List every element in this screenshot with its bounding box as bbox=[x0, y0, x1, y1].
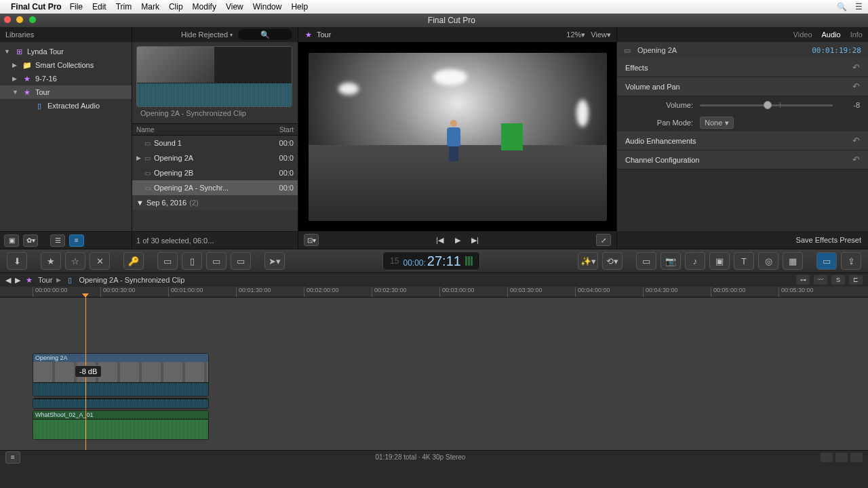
disclosure-triangle[interactable]: ▶ bbox=[12, 62, 19, 68]
save-effects-preset-button[interactable]: Save Effects Preset bbox=[796, 236, 861, 244]
list-view-button[interactable]: ≡ bbox=[69, 235, 84, 247]
library-item-lynda-tour[interactable]: ▼ ⊞ Lynda Tour bbox=[0, 45, 132, 58]
minimize-button[interactable] bbox=[16, 16, 23, 23]
generators-button[interactable]: ▦ bbox=[783, 252, 803, 270]
insert-button[interactable]: ▯ bbox=[182, 252, 202, 270]
photos-button[interactable]: 📷 bbox=[660, 252, 681, 270]
column-name[interactable]: Name bbox=[136, 126, 267, 134]
tab-audio[interactable]: Audio bbox=[822, 30, 841, 39]
menu-trim[interactable]: Trim bbox=[116, 2, 132, 12]
volume-slider[interactable] bbox=[700, 100, 833, 110]
timeline-options-button[interactable] bbox=[850, 453, 863, 462]
history-fwd-button[interactable]: ▶ bbox=[15, 276, 20, 285]
disclosure-triangle[interactable]: ▼ bbox=[4, 48, 11, 55]
enhance-button[interactable]: ✨▾ bbox=[578, 252, 598, 270]
skimming-button[interactable]: ⊶ bbox=[796, 275, 810, 285]
keyword-editor-button[interactable]: 🔑 bbox=[123, 252, 144, 270]
close-button[interactable] bbox=[4, 16, 11, 23]
timeline-clip-opening-2a[interactable]: Opening 2A bbox=[33, 353, 209, 396]
menu-modify[interactable]: Modify bbox=[193, 2, 216, 12]
clips-button[interactable]: ▭ bbox=[636, 252, 656, 270]
view-dropdown[interactable]: View▾ bbox=[591, 30, 611, 39]
music-button[interactable]: ♪ bbox=[685, 252, 705, 270]
filter-dropdown[interactable]: Hide Rejected▾ bbox=[181, 30, 233, 39]
section-effects[interactable]: Effects ↶ bbox=[617, 58, 868, 77]
disclosure-triangle[interactable]: ▶ bbox=[12, 75, 19, 82]
retime-button[interactable]: ⟲▾ bbox=[602, 252, 623, 270]
section-volume-pan[interactable]: Volume and Pan ↶ bbox=[617, 77, 868, 96]
disclosure-triangle[interactable]: ▼ bbox=[136, 199, 144, 207]
browser-search[interactable]: 🔍 bbox=[238, 29, 292, 40]
pan-mode-select[interactable]: None▾ bbox=[700, 117, 734, 129]
viewer-canvas[interactable] bbox=[298, 42, 616, 231]
play-button[interactable]: ▶ bbox=[450, 234, 465, 246]
menu-window[interactable]: Window bbox=[253, 2, 282, 12]
snapping-button[interactable]: ⊏ bbox=[849, 275, 863, 285]
menu-clip[interactable]: Clip bbox=[169, 2, 183, 12]
text-button[interactable]: T bbox=[734, 252, 754, 270]
disclosure-triangle[interactable]: ▼ bbox=[12, 89, 19, 96]
section-audio-enhancements[interactable]: Audio Enhancements ↶ bbox=[617, 131, 868, 150]
timeline-clip-audio-lane[interactable] bbox=[33, 398, 209, 409]
clip-row-opening-2a-sync[interactable]: ▭ Opening 2A - Synchr... 00:0 bbox=[132, 180, 298, 195]
reset-icon[interactable]: ↶ bbox=[852, 136, 860, 146]
reject-button[interactable]: ✕ bbox=[90, 252, 110, 270]
clip-thumbnail[interactable] bbox=[136, 46, 292, 107]
library-item-tour[interactable]: ▼ ★ Tour bbox=[0, 85, 132, 99]
library-item-9-7-16[interactable]: ▶ ★ 9-7-16 bbox=[0, 72, 132, 85]
disclosure-triangle[interactable]: ▶ bbox=[136, 155, 144, 161]
audio-skimming-button[interactable]: 〰 bbox=[814, 275, 827, 285]
reset-icon[interactable]: ↶ bbox=[852, 155, 860, 165]
share-button[interactable]: ⇪ bbox=[841, 252, 861, 270]
connect-button[interactable]: ▭ bbox=[157, 252, 178, 270]
gear-button[interactable]: ✿▾ bbox=[23, 235, 38, 247]
menu-mark[interactable]: Mark bbox=[141, 2, 159, 12]
history-back-button[interactable]: ◀ bbox=[5, 276, 11, 285]
group-row-sep-6[interactable]: ▼ Sep 6, 2016 (2) bbox=[132, 195, 298, 210]
transform-button[interactable]: ⊡▾ bbox=[304, 234, 319, 246]
spotlight-icon[interactable]: 🔍 bbox=[837, 2, 847, 12]
reset-icon[interactable]: ↶ bbox=[852, 62, 860, 73]
prev-edit-button[interactable]: |◀ bbox=[433, 234, 448, 246]
menu-extras-icon[interactable]: ☰ bbox=[855, 2, 863, 12]
library-item-extracted-audio[interactable]: ▯ Extracted Audio bbox=[0, 99, 132, 113]
timecode-display[interactable]: 15 00:00: 27:11 bbox=[382, 251, 480, 270]
menu-edit[interactable]: Edit bbox=[92, 2, 106, 12]
themes-button[interactable]: ◎ bbox=[758, 252, 778, 270]
timeline-ruler[interactable]: 00:00:00:00 00:00:30:00 00:01:00:00 00:0… bbox=[0, 287, 868, 298]
menu-file[interactable]: File bbox=[70, 2, 83, 12]
reset-icon[interactable]: ↶ bbox=[852, 81, 860, 92]
zoom-dropdown[interactable]: 12%▾ bbox=[566, 30, 585, 39]
arrow-tool-button[interactable]: ➤▾ bbox=[264, 252, 285, 270]
fullscreen-button[interactable]: ⤢ bbox=[596, 234, 611, 246]
clip-appearance-button[interactable] bbox=[821, 453, 833, 462]
keyword-button[interactable]: ★ bbox=[41, 252, 61, 270]
timeline-index-button[interactable]: ≡ bbox=[5, 451, 20, 464]
tab-info[interactable]: Info bbox=[850, 30, 863, 39]
solo-button[interactable]: S bbox=[831, 275, 845, 285]
tab-video[interactable]: Video bbox=[793, 30, 812, 39]
favorite-button[interactable]: ☆ bbox=[65, 252, 85, 270]
column-start[interactable]: Start bbox=[267, 126, 294, 134]
app-name[interactable]: Final Cut Pro bbox=[11, 2, 62, 12]
next-edit-button[interactable]: ▶| bbox=[468, 234, 483, 246]
timeline-body[interactable]: Opening 2A WhatShoot_02_A_01 -8 dB bbox=[0, 298, 868, 450]
filmstrip-view-button[interactable]: ☰ bbox=[50, 235, 65, 247]
menu-help[interactable]: Help bbox=[291, 2, 308, 12]
maximize-button[interactable] bbox=[29, 16, 36, 23]
clip-row-opening-2a[interactable]: ▶▭ Opening 2A 00:0 bbox=[132, 150, 298, 165]
titles-button[interactable]: ▣ bbox=[709, 252, 730, 270]
clip-row-opening-2b[interactable]: ▭ Opening 2B 00:0 bbox=[132, 165, 298, 180]
crumb-event[interactable]: Tour bbox=[38, 276, 52, 284]
effects-browser-button[interactable]: ▭ bbox=[816, 252, 837, 270]
clip-row-sound-1[interactable]: ▭ Sound 1 00:0 bbox=[132, 136, 298, 150]
library-item-smart-collections[interactable]: ▶ 📁 Smart Collections bbox=[0, 58, 132, 72]
zoom-slider[interactable] bbox=[835, 453, 848, 462]
import-media-button[interactable]: ⬇ bbox=[7, 252, 27, 270]
timeline-clip-whatshoot[interactable]: WhatShoot_02_A_01 bbox=[33, 410, 209, 440]
overwrite-button[interactable]: ▭ bbox=[231, 252, 251, 270]
menu-view[interactable]: View bbox=[226, 2, 243, 12]
append-button[interactable]: ▭ bbox=[206, 252, 226, 270]
crumb-clip[interactable]: Opening 2A - Synchronized Clip bbox=[79, 276, 184, 284]
import-button[interactable]: ▣ bbox=[4, 235, 19, 247]
